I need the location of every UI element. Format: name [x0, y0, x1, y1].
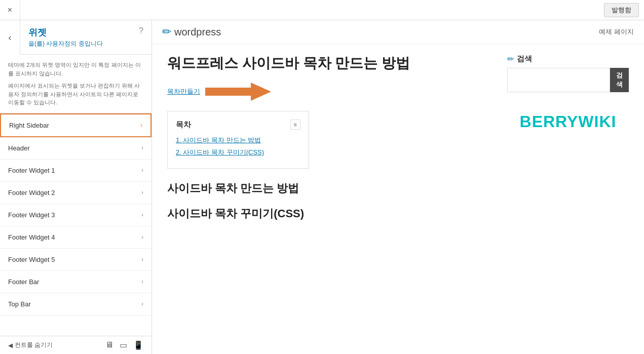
article-title: 워드프레스 사이드바 목차 만드는 방법	[167, 54, 492, 72]
chevron-right-icon: ›	[141, 189, 143, 196]
chevron-right-icon: ›	[141, 256, 143, 263]
toc-link-row: 목차만들기	[167, 81, 492, 103]
sidebar-help-icon[interactable]: ?	[139, 26, 143, 35]
main-layout: ‹ 위젯 을(를) 사용자정의 중입니다 ? 테마에 2개의 위젯 영역이 있지…	[0, 20, 644, 354]
toc-item-1[interactable]: 2. 사이드바 목차 꾸미기(CSS)	[176, 148, 300, 157]
search-input[interactable]	[507, 68, 610, 92]
sidebar-back-button[interactable]: ‹	[0, 20, 20, 55]
sidebar-info-text-2: 페이지에서 표시되는 위젯을 보거나 편집하기 위해 사용자 정의하기를 사용하…	[8, 82, 143, 107]
sidebar-nav-item-8[interactable]: Top Bar›	[0, 293, 151, 316]
sidebar-nav-item-3[interactable]: Footer Widget 2›	[0, 182, 151, 204]
customizer-sidebar: ‹ 위젯 을(를) 사용자정의 중입니다 ? 테마에 2개의 위젯 영역이 있지…	[0, 20, 152, 354]
sidebar-info: 테마에 2개의 위젯 영역이 있지만 이 특정 페이지는 이를 표시하지 않습니…	[0, 55, 151, 113]
chevron-right-icon: ›	[140, 122, 142, 129]
chevron-right-icon: ›	[141, 278, 143, 285]
chevron-right-icon: ›	[141, 233, 143, 241]
chevron-right-icon: ›	[141, 144, 143, 151]
search-widget-title: 검색	[517, 54, 532, 64]
publish-button[interactable]: 발행함	[604, 3, 639, 17]
tablet-icon[interactable]: ▭	[120, 340, 127, 350]
hide-controls-label: 컨트롤 숨기기	[15, 341, 53, 349]
nav-item-label: Header	[8, 144, 30, 152]
desktop-icon[interactable]: 🖥	[105, 340, 113, 350]
preview-sidebar-right: ✏ 검색 검 색 BERRYWIKI	[507, 54, 629, 231]
close-icon: ×	[8, 6, 12, 15]
search-widget-box: 검 색	[507, 68, 629, 92]
preview-main-content: 워드프레스 사이드바 목차 만드는 방법 목차만들기 목차 ≡ 1. 사이드바 …	[167, 54, 507, 231]
sidebar-header-row: ‹ 위젯 을(를) 사용자정의 중입니다 ?	[0, 20, 151, 55]
chevron-right-icon: ›	[141, 211, 143, 218]
orange-arrow	[205, 81, 271, 103]
search-button[interactable]: 검 색	[610, 68, 629, 92]
sidebar-info-text-1: 테마에 2개의 위젯 영역이 있지만 이 특정 페이지는 이를 표시하지 않습니…	[8, 61, 143, 77]
sidebar-nav-item-6[interactable]: Footer Widget 5›	[0, 249, 151, 271]
toc-toggle-button[interactable]: ≡	[290, 120, 300, 130]
nav-item-label: Footer Widget 2	[8, 189, 55, 196]
sidebar-footer-icons: 🖥 ▭ 📱	[105, 340, 143, 350]
sidebar-nav-item-2[interactable]: Footer Widget 1›	[0, 160, 151, 182]
search-widget: ✏ 검색 검 색	[507, 54, 629, 92]
nav-item-label: Footer Widget 4	[8, 233, 55, 241]
sidebar-nav-item-0[interactable]: Right Sidebar›	[0, 113, 151, 137]
sidebar-nav: Right Sidebar›Header›Footer Widget 1›Foo…	[0, 113, 151, 336]
section2-title: 사이드바 목차 꾸미기(CSS)	[167, 206, 492, 221]
berrywiki-logo: BERRYWIKI	[507, 112, 629, 131]
back-icon: ‹	[9, 32, 12, 43]
sidebar-nav-item-5[interactable]: Footer Widget 4›	[0, 226, 151, 249]
toc-item-0[interactable]: 1. 사이드바 목차 만드는 방법	[176, 136, 300, 145]
nav-item-label: Right Sidebar	[9, 122, 49, 129]
sidebar-nav-item-1[interactable]: Header›	[0, 137, 151, 160]
toc-items: 1. 사이드바 목차 만드는 방법2. 사이드바 목차 꾸미기(CSS)	[176, 136, 300, 157]
close-button[interactable]: ×	[0, 0, 20, 20]
nav-item-label: Top Bar	[8, 300, 31, 308]
svg-marker-0	[205, 83, 271, 101]
section1-title: 사이드바 목차 만드는 방법	[167, 181, 492, 196]
toc-title: 목차	[176, 120, 191, 130]
search-widget-icon: ✏	[507, 54, 514, 64]
sidebar-footer: ◀ 컨트롤 숨기기 🖥 ▭ 📱	[0, 336, 151, 354]
sidebar-title: 위젯	[28, 26, 103, 38]
mobile-icon[interactable]: 📱	[133, 340, 143, 350]
site-logo: ✏ wordpress	[162, 25, 221, 38]
sidebar-nav-item-4[interactable]: Footer Widget 3›	[0, 204, 151, 226]
search-widget-header: ✏ 검색	[507, 54, 629, 64]
sidebar-title-group: 위젯 을(를) 사용자정의 중입니다	[28, 26, 103, 48]
toc-link[interactable]: 목차만들기	[167, 87, 200, 96]
sidebar-nav-item-7[interactable]: Footer Bar›	[0, 271, 151, 293]
preview-area: ✏ wordpress 예제 페이지 워드프레스 사이드바 목차 만드는 방법 …	[152, 20, 644, 354]
toc-header: 목차 ≡	[176, 120, 300, 130]
top-bar: × 발행함	[0, 0, 644, 20]
chevron-right-icon: ›	[141, 167, 143, 174]
page-link[interactable]: 예제 페이지	[599, 27, 634, 36]
toc-box: 목차 ≡ 1. 사이드바 목차 만드는 방법2. 사이드바 목차 꾸미기(CSS…	[167, 111, 309, 169]
wordpress-icon: ✏	[162, 25, 171, 38]
nav-item-label: Footer Bar	[8, 278, 39, 286]
sidebar-subtitle: 을(를) 사용자정의 중입니다	[28, 40, 103, 48]
site-name: wordpress	[174, 26, 221, 38]
preview-body: 워드프레스 사이드바 목차 만드는 방법 목차만들기 목차 ≡ 1. 사이드바 …	[152, 44, 644, 242]
preview-header: ✏ wordpress 예제 페이지	[152, 20, 644, 44]
nav-item-label: Footer Widget 1	[8, 167, 55, 174]
hide-controls-icon: ◀	[8, 342, 13, 349]
hide-controls-button[interactable]: ◀ 컨트롤 숨기기	[8, 341, 53, 349]
nav-item-label: Footer Widget 3	[8, 211, 55, 219]
nav-item-label: Footer Widget 5	[8, 256, 55, 263]
sidebar-header: 위젯 을(를) 사용자정의 중입니다 ?	[20, 20, 151, 55]
chevron-right-icon: ›	[141, 300, 143, 307]
